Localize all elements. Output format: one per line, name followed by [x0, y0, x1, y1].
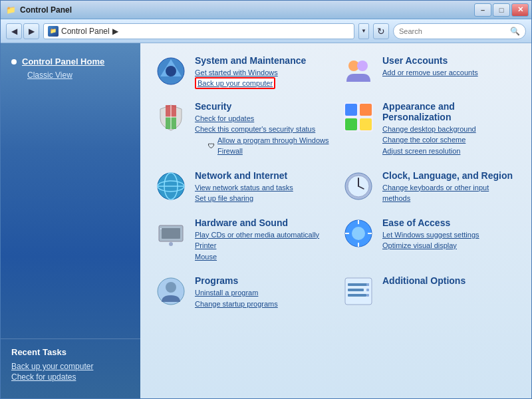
programs-text: Programs Uninstall a program Change star… — [195, 275, 329, 309]
recent-updates-link[interactable]: Check for updates — [11, 372, 130, 382]
panel-item-hardware[interactable]: Hardware and Sound Play CDs or other med… — [151, 213, 333, 267]
clock-title[interactable]: Clock, Language, and Region — [382, 170, 517, 181]
security-status-link[interactable]: Check this computer's security status — [195, 124, 329, 135]
svg-rect-8 — [360, 118, 372, 130]
panel-item-appearance[interactable]: Appearance and Personalization Change de… — [338, 97, 521, 161]
panel-grid: System and Maintenance Get started with … — [151, 51, 521, 313]
user-accounts-icon — [342, 55, 374, 87]
back-button[interactable]: ◀ — [6, 23, 22, 39]
additional-icon — [342, 275, 374, 307]
svg-rect-35 — [366, 294, 369, 297]
network-status-link[interactable]: View network status and tasks — [195, 182, 329, 194]
startup-programs-link[interactable]: Change startup programs — [195, 299, 329, 310]
panel-item-user-accounts[interactable]: User Accounts Add or remove user account… — [338, 51, 521, 92]
file-sharing-link[interactable]: Set up file sharing — [195, 193, 329, 204]
svg-point-22 — [352, 227, 365, 240]
panel-item-network[interactable]: Network and Internet View network status… — [151, 166, 333, 208]
security-text: Security Check for updates Check this co… — [195, 101, 329, 157]
additional-title[interactable]: Additional Options — [382, 275, 517, 286]
sidebar-dot — [11, 59, 17, 65]
programs-icon — [155, 275, 187, 307]
windows-suggest-link[interactable]: Let Windows suggest settings — [382, 229, 517, 241]
hardware-icon — [155, 217, 187, 249]
svg-point-1 — [166, 66, 176, 76]
desktop-background-link[interactable]: Change desktop background — [382, 124, 517, 135]
autoplay-link[interactable]: Play CDs or other media automatically — [195, 229, 329, 241]
hardware-text: Hardware and Sound Play CDs or other med… — [195, 217, 329, 263]
check-updates-link[interactable]: Check for updates — [195, 113, 329, 124]
sidebar-recent-section: Recent Tasks Back up your computer Check… — [1, 338, 140, 390]
svg-rect-18 — [162, 228, 180, 239]
svg-rect-33 — [366, 283, 369, 286]
firewall-link[interactable]: Allow a program through Windows Firewall — [217, 135, 329, 157]
sidebar-home-section: Control Panel Home Classic View — [1, 51, 140, 86]
svg-rect-5 — [345, 104, 357, 116]
printer-link[interactable]: Printer — [195, 240, 329, 251]
appearance-text: Appearance and Personalization Change de… — [382, 101, 517, 157]
network-title[interactable]: Network and Internet — [195, 170, 329, 181]
network-icon — [155, 170, 187, 202]
clock-icon — [342, 170, 374, 202]
breadcrumb-text[interactable]: Control Panel — [61, 27, 110, 36]
ease-text: Ease of Access Let Windows suggest setti… — [382, 217, 517, 251]
main-content: Control Panel Home Classic View Recent T… — [1, 43, 531, 398]
programs-title[interactable]: Programs — [195, 275, 329, 286]
hardware-title[interactable]: Hardware and Sound — [195, 217, 329, 228]
panel-item-system-maintenance[interactable]: System and Maintenance Get started with … — [151, 51, 333, 92]
svg-rect-31 — [348, 289, 364, 291]
system-maintenance-title[interactable]: System and Maintenance — [195, 55, 329, 66]
user-accounts-text: User Accounts Add or remove user account… — [382, 55, 517, 78]
control-panel-main: System and Maintenance Get started with … — [140, 43, 531, 398]
svg-rect-32 — [348, 294, 366, 297]
title-bar-left: 📁 Control Panel — [6, 5, 72, 15]
appearance-icon — [342, 101, 374, 133]
panel-item-clock[interactable]: Clock, Language, and Region Change keybo… — [338, 166, 521, 208]
address-bar: ◀ ▶ 📁 Control Panel ▶ ▼ ↻ 🔍 — [1, 19, 531, 43]
panel-item-programs[interactable]: Programs Uninstall a program Change star… — [151, 271, 333, 313]
ease-title[interactable]: Ease of Access — [382, 217, 517, 228]
title-bar: 📁 Control Panel – □ ✕ — [1, 1, 531, 19]
panel-item-additional[interactable]: Additional Options — [338, 271, 521, 313]
maximize-button[interactable]: □ — [493, 3, 510, 17]
close-button[interactable]: ✕ — [511, 3, 529, 17]
recent-tasks-title: Recent Tasks — [11, 347, 130, 357]
refresh-button[interactable]: ↻ — [373, 23, 389, 39]
folder-icon: 📁 — [6, 5, 16, 15]
classic-view-link[interactable]: Classic View — [11, 69, 130, 81]
keyboard-methods-link[interactable]: Change keyboards or other input methods — [382, 182, 517, 204]
panel-item-ease[interactable]: Ease of Access Let Windows suggest setti… — [338, 213, 521, 267]
main-window: 📁 Control Panel – □ ✕ ◀ ▶ 📁 Control Pane… — [0, 0, 532, 399]
breadcrumb-arrow: ▶ — [112, 27, 118, 36]
mouse-link[interactable]: Mouse — [195, 251, 329, 263]
panel-item-security[interactable]: Security Check for updates Check this co… — [151, 97, 333, 161]
ease-icon — [342, 217, 374, 249]
add-remove-accounts-link[interactable]: Add or remove user accounts — [382, 67, 517, 78]
network-text: Network and Internet View network status… — [195, 170, 329, 204]
color-scheme-link[interactable]: Change the color scheme — [382, 134, 517, 146]
security-icon — [155, 101, 187, 133]
svg-rect-7 — [345, 118, 357, 130]
forward-button[interactable]: ▶ — [23, 23, 39, 39]
security-title[interactable]: Security — [195, 101, 329, 112]
shield-small-icon: 🛡 — [208, 142, 215, 150]
search-icon[interactable]: 🔍 — [510, 27, 520, 36]
svg-point-3 — [357, 61, 368, 71]
window-title: Control Panel — [20, 5, 72, 15]
screen-resolution-link[interactable]: Adjust screen resolution — [382, 146, 517, 157]
firewall-link-container: 🛡 Allow a program through Windows Firewa… — [195, 135, 329, 157]
appearance-title[interactable]: Appearance and Personalization — [382, 101, 517, 122]
search-bar[interactable]: 🔍 — [393, 23, 526, 39]
search-input[interactable] — [399, 27, 507, 35]
system-maintenance-text: System and Maintenance Get started with … — [195, 55, 329, 88]
control-panel-home-link[interactable]: Control Panel Home — [22, 57, 104, 66]
breadcrumb-bar: 📁 Control Panel ▶ — [43, 23, 354, 39]
optimize-visual-link[interactable]: Optimize visual display — [382, 240, 517, 251]
address-dropdown-button[interactable]: ▼ — [358, 23, 369, 39]
user-accounts-title[interactable]: User Accounts — [382, 55, 517, 66]
minimize-button[interactable]: – — [474, 3, 491, 17]
backup-computer-link[interactable]: Back up your computer — [195, 77, 275, 89]
system-maintenance-icon — [155, 55, 187, 87]
sidebar-home: Control Panel Home — [11, 57, 130, 66]
uninstall-link[interactable]: Uninstall a program — [195, 287, 329, 299]
recent-backup-link[interactable]: Back up your computer — [11, 361, 130, 372]
